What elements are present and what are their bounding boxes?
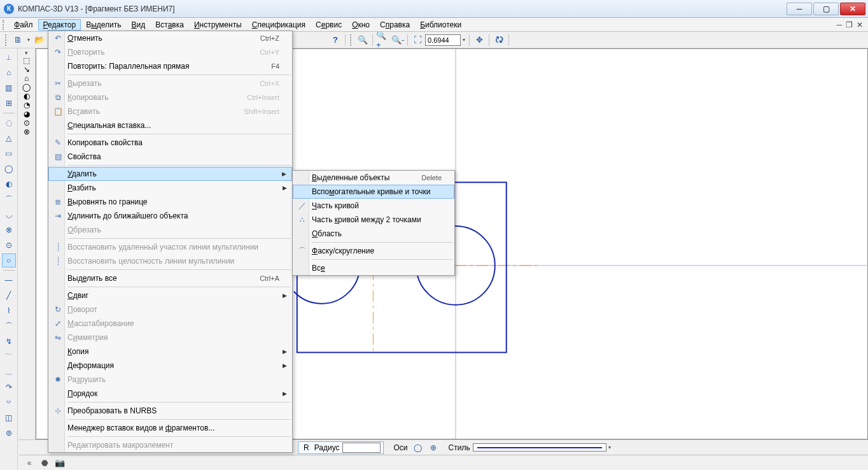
mdi-restore[interactable]: ❐	[846, 20, 853, 29]
tool-icon[interactable]: —	[2, 273, 16, 287]
tool-icon[interactable]: ⌒	[2, 192, 16, 206]
toolbar-handle[interactable]	[5, 34, 8, 46]
tool-icon[interactable]: ⌇	[2, 304, 16, 318]
help-icon[interactable]: ?	[328, 33, 342, 47]
editor-menu[interactable]: ↶ОтменитьCtrl+Z↷ПовторитьCtrl+YПовторить…	[48, 31, 293, 453]
tool-icon[interactable]: ⊗	[24, 127, 30, 136]
tool-icon[interactable]: ⊙	[24, 118, 30, 127]
zoom-window-icon[interactable]: 🔍	[356, 33, 370, 47]
tool-icon[interactable]: ⌔	[2, 395, 16, 409]
mdi-close[interactable]: ✕	[857, 20, 863, 29]
tool-icon[interactable]: ○	[2, 253, 16, 267]
dropdown-icon[interactable]: ▾	[25, 33, 32, 47]
tool-icon[interactable]: ↯	[2, 334, 16, 348]
expand-icon[interactable]: «	[22, 457, 36, 469]
tool-icon[interactable]: ◕	[24, 110, 30, 118]
menu-item[interactable]: ／Часть кривой	[293, 199, 454, 213]
menu-вставка[interactable]: Вставка	[150, 19, 189, 31]
menu-сервис[interactable]: Сервис	[311, 19, 347, 31]
menu-item[interactable]: Все	[293, 261, 454, 275]
menu-item[interactable]: ↶ОтменитьCtrl+Z	[48, 31, 292, 45]
menu-item[interactable]: Область	[293, 227, 454, 241]
menu-item[interactable]: Повторить: Параллельная прямаяF4	[48, 59, 292, 73]
zoom-fit-icon[interactable]: ⛶	[410, 33, 424, 47]
axes-off-icon[interactable]: ◯	[411, 441, 425, 454]
menu-item[interactable]: ⊹Преобразовать в NURBS	[48, 404, 292, 418]
tool-icon[interactable]: ◐	[24, 92, 30, 101]
tool-icon[interactable]: ▥	[2, 81, 16, 95]
stop-icon[interactable]: ⬣	[38, 457, 52, 469]
zoom-in-icon[interactable]: 🔍+	[375, 33, 389, 47]
tool-icon[interactable]: ◡	[2, 208, 16, 222]
tool-icon[interactable]: ▭	[2, 146, 16, 160]
refresh-icon[interactable]: 🗘	[492, 33, 506, 47]
tool-icon[interactable]: ⊞	[2, 96, 16, 110]
zoom-out-icon[interactable]: 🔍-	[391, 33, 405, 47]
minimize-button[interactable]: ─	[787, 3, 812, 15]
tool-icon[interactable]: ⌂	[2, 66, 16, 80]
menu-item[interactable]: ≣Выровнять по границе	[48, 195, 292, 209]
tool-icon[interactable]: ﹋	[2, 350, 16, 364]
close-button[interactable]: ✕	[840, 3, 865, 15]
menu-item[interactable]: Порядок▶	[48, 387, 292, 401]
menu-item[interactable]: Менеджер вставок видов и фрагментов...	[48, 421, 292, 435]
tool-icon[interactable]: ╱	[2, 288, 16, 303]
menu-окно[interactable]: Окно	[347, 19, 375, 31]
tool-icon[interactable]: ⊚	[2, 426, 16, 440]
menu-item[interactable]: Разбить▶	[48, 181, 292, 195]
tool-icon[interactable]: ⬚	[23, 56, 30, 65]
menu-item[interactable]: Деформация▶	[48, 359, 292, 373]
dropdown-icon[interactable]: ▾	[606, 441, 613, 455]
menu-item[interactable]: Вспомогательные кривые и точки	[293, 185, 454, 199]
menu-файл[interactable]: Файл	[9, 19, 38, 31]
menu-выделить[interactable]: Выделить	[81, 19, 126, 31]
maximize-button[interactable]: ▢	[813, 3, 839, 15]
tool-icon[interactable]: ⌂	[24, 74, 29, 83]
line-style-selector[interactable]	[473, 443, 606, 452]
menu-редактор[interactable]: Редактор	[38, 19, 81, 31]
tool-icon[interactable]: ⊙	[2, 238, 16, 252]
tool-icon[interactable]: ◐	[2, 177, 16, 191]
tool-icon[interactable]: ↷	[2, 380, 16, 394]
menu-item[interactable]: ▤Свойства	[48, 150, 292, 164]
tool-icon[interactable]: ﹏	[2, 365, 16, 379]
tool-icon[interactable]: ⊗	[2, 223, 16, 237]
menu-библиотеки[interactable]: Библиотеки	[415, 19, 466, 31]
toolbar-handle[interactable]	[3, 20, 5, 30]
menu-item[interactable]: ✎Копировать свойства	[48, 136, 292, 150]
tool-icon[interactable]: ◔	[24, 101, 30, 110]
menu-item[interactable]: Копия▶	[48, 345, 292, 359]
tool-icon[interactable]: △	[2, 131, 16, 145]
menu-справка[interactable]: Справка	[375, 19, 415, 31]
tool-icon[interactable]: ◯	[2, 162, 16, 176]
menu-item[interactable]: ∴Часть кривой между 2 точками	[293, 213, 454, 227]
menu-item[interactable]: Удалить▶	[48, 167, 292, 181]
mdi-minimize[interactable]: ─	[836, 20, 842, 29]
zoom-value[interactable]	[425, 34, 461, 46]
pan-icon[interactable]: ✥	[472, 33, 486, 47]
tool-icon[interactable]: ◯	[22, 83, 31, 92]
menu-спецификация[interactable]: Спецификация	[247, 19, 311, 31]
tool-icon[interactable]: ⌒	[2, 319, 16, 333]
toolbar-handle[interactable]	[350, 34, 353, 46]
menu-инструменты[interactable]: Инструменты	[189, 19, 247, 31]
camera-icon[interactable]: 📷	[53, 457, 67, 469]
new-doc-icon[interactable]: 🗎	[11, 33, 25, 47]
menu-вид[interactable]: Вид	[127, 19, 151, 31]
radius-input[interactable]	[342, 443, 381, 453]
dropdown-icon[interactable]: ▾	[461, 33, 467, 47]
menu-item[interactable]: Выделить всеCtrl+A	[48, 271, 292, 285]
delete-submenu[interactable]: Выделенные объектыDeleteВспомогательные …	[292, 170, 455, 276]
menu-item[interactable]: ⌒Фаску/скругление	[293, 244, 454, 258]
tool-icon[interactable]: ↘	[24, 65, 30, 74]
menu-item[interactable]: Выделенные объектыDelete	[293, 171, 454, 185]
expand-icon[interactable]: ▾	[25, 50, 28, 56]
menu-item[interactable]: ⇥Удлинить до ближайшего объекта	[48, 209, 292, 223]
open-icon[interactable]: 📂	[32, 33, 46, 47]
tool-icon[interactable]: ◌	[2, 116, 16, 130]
menu-item[interactable]: Специальная вставка...	[48, 118, 292, 132]
tool-icon[interactable]: ⟂	[2, 50, 16, 64]
menu-item[interactable]: Сдвиг▶	[48, 288, 292, 303]
tool-icon[interactable]: ◫	[2, 411, 16, 425]
axes-on-icon[interactable]: ⊕	[426, 441, 440, 454]
